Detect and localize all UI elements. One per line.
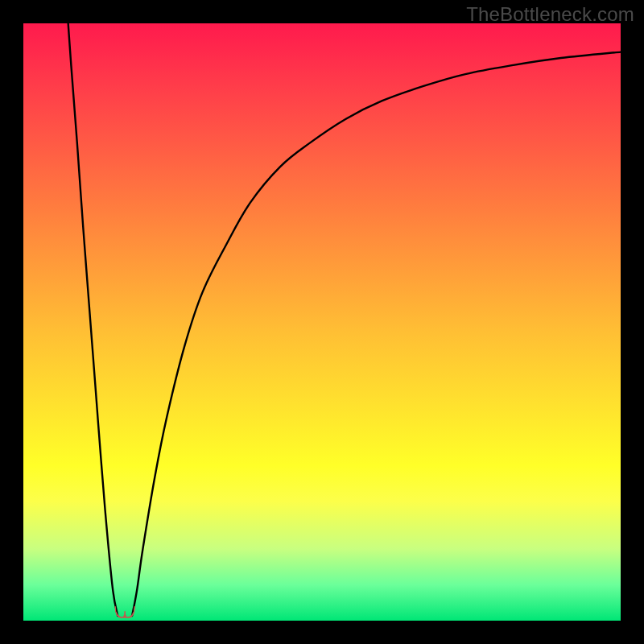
trough-marker [115, 606, 134, 617]
chart-frame: TheBottleneck.com [0, 0, 644, 644]
watermark-text: TheBottleneck.com [466, 3, 634, 26]
curve-left-branch [68, 23, 118, 616]
chart-curve-layer [23, 23, 621, 621]
curve-right-branch [132, 52, 621, 616]
